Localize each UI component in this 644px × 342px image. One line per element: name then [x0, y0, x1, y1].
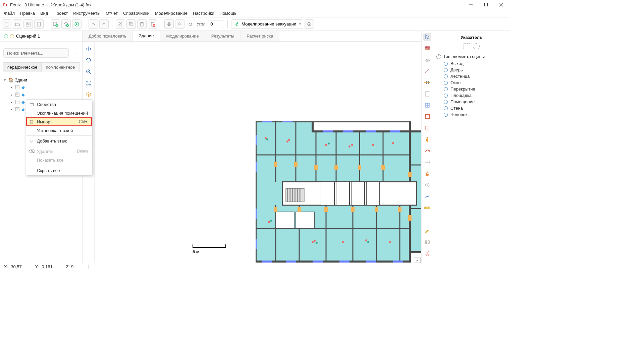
simulation-mode-select[interactable]: Моделирование эвакуации ▾	[231, 19, 303, 29]
svg-point-123	[342, 241, 344, 243]
svg-point-147	[426, 137, 428, 139]
select-rect-icon[interactable]	[464, 43, 470, 49]
menu-tools[interactable]: Инструменты	[70, 10, 103, 16]
measure-tool-icon[interactable]	[423, 158, 431, 166]
text-tool-icon[interactable]: T	[423, 215, 431, 223]
tab-risk[interactable]: Расчет риска	[240, 31, 279, 41]
tb-open-icon[interactable]	[13, 19, 22, 29]
viewport-play-icon[interactable]: ▸	[414, 258, 421, 263]
tb-cut-icon[interactable]	[116, 19, 125, 29]
tb-rotate-icon[interactable]	[186, 19, 195, 29]
angle-input[interactable]	[208, 20, 224, 28]
svg-rect-95	[314, 165, 318, 170]
section-tool-icon[interactable]	[423, 78, 431, 87]
chart-tool-icon[interactable]	[423, 192, 431, 201]
menu-file[interactable]: Файл	[1, 10, 17, 16]
menu-project[interactable]: Проект	[51, 10, 70, 16]
tb-mirror-v-icon[interactable]	[175, 19, 184, 29]
wall-tool-icon[interactable]	[423, 44, 431, 52]
scenario-row[interactable]: Сценарий 1	[0, 31, 82, 42]
ctx-explication[interactable]: Экспликация помещений	[26, 109, 92, 117]
minimize-button[interactable]	[463, 0, 478, 9]
ruler-tool-icon[interactable]	[423, 204, 431, 212]
ctx-properties[interactable]: 🗔Свойства	[26, 100, 92, 109]
tab-results[interactable]: Результаты	[205, 31, 240, 41]
tb-new-icon[interactable]	[2, 19, 11, 29]
tb-box-plus-icon[interactable]	[51, 19, 60, 29]
close-button[interactable]	[493, 0, 508, 9]
svg-rect-89	[256, 239, 257, 249]
select-lasso-icon[interactable]	[473, 43, 480, 49]
svg-point-117	[392, 142, 394, 144]
scissors-tool-icon[interactable]	[423, 249, 431, 258]
tree-tab-hierarchical[interactable]: Иерархическое	[3, 62, 41, 72]
ctx-hide-all[interactable]: Скрыть все	[26, 166, 92, 175]
menu-refs[interactable]: Справочники	[120, 10, 152, 16]
viewport[interactable]: 5 м ▸	[95, 42, 421, 263]
svg-rect-81	[286, 261, 296, 263]
menu-edit[interactable]: Правка	[17, 10, 38, 16]
legend-platform[interactable]: Площадка	[436, 92, 506, 99]
tb-refresh-plus-icon[interactable]	[61, 19, 71, 29]
pan-icon[interactable]	[85, 45, 93, 53]
svg-point-125	[367, 241, 369, 243]
orbit-icon[interactable]	[85, 56, 93, 64]
scale-label: 5 м	[193, 249, 199, 254]
menu-report[interactable]: Отчет	[103, 10, 120, 16]
path-tool-icon[interactable]	[423, 147, 431, 155]
legend-door[interactable]: Дверь	[436, 67, 506, 73]
menu-modeling[interactable]: Моделирование	[152, 10, 190, 16]
slab-tool-icon[interactable]	[423, 56, 431, 64]
menu-help[interactable]: Помощь	[217, 10, 239, 16]
svg-point-113	[328, 142, 330, 145]
tb-target-icon[interactable]	[305, 19, 314, 29]
fit-icon[interactable]	[85, 79, 93, 87]
zoom-icon[interactable]	[85, 68, 93, 76]
box-icon	[15, 107, 19, 111]
window-tool-icon[interactable]	[423, 101, 431, 109]
legend-window[interactable]: Окно	[436, 79, 506, 86]
legend-wall[interactable]: Стена	[436, 105, 506, 111]
legend-exit[interactable]: Выход	[436, 60, 506, 67]
tb-undo-icon[interactable]	[89, 19, 98, 29]
menu-settings[interactable]: Настройки	[190, 10, 217, 16]
tb-run-icon[interactable]	[72, 19, 82, 29]
tb-close-icon[interactable]	[23, 19, 33, 29]
legend-stair[interactable]: Лестница	[436, 73, 506, 79]
opening-tool-icon[interactable]	[423, 113, 431, 121]
tab-modeling[interactable]: Моделирование	[160, 31, 205, 41]
draw-tool-icon[interactable]	[423, 67, 431, 75]
maximize-button[interactable]	[478, 0, 493, 9]
search-go-button[interactable]: ›	[71, 49, 79, 57]
layers-icon[interactable]	[85, 91, 93, 99]
tb-copy-icon[interactable]	[126, 19, 136, 29]
tb-save-icon[interactable]	[34, 19, 44, 29]
tb-mirror-h-icon[interactable]	[164, 19, 174, 29]
legend-slab[interactable]: Перекрытие	[436, 86, 506, 92]
pencil-tool-icon[interactable]	[423, 227, 431, 235]
menu-view[interactable]: Вид	[38, 10, 51, 16]
ctx-floors-setup[interactable]: Установка этажей	[26, 126, 92, 135]
legend-person[interactable]: Человек	[436, 111, 506, 118]
align-tool-icon[interactable]	[423, 238, 431, 246]
tb-redo-icon[interactable]	[99, 19, 109, 29]
tb-delete-icon[interactable]	[148, 19, 157, 29]
tree-item[interactable]: ▸◆	[1, 83, 81, 91]
fire-tool-icon[interactable]	[423, 170, 431, 178]
tb-paste-icon[interactable]	[137, 19, 147, 29]
search-input[interactable]	[3, 48, 69, 58]
legend-room[interactable]: Помещение	[436, 99, 506, 105]
ctx-import[interactable]: ⍈ИмпортCtrl+I	[26, 117, 92, 126]
sensor-tool-icon[interactable]	[423, 181, 431, 189]
tree-root-building[interactable]: ▾ 🏠 Здани	[1, 76, 81, 83]
exit-tool-icon[interactable]	[423, 124, 431, 132]
tab-building[interactable]: Здание	[133, 31, 160, 41]
tab-welcome[interactable]: Добро пожаловать	[83, 31, 133, 41]
pointer-tool-icon[interactable]	[423, 33, 431, 41]
person-tool-icon[interactable]	[423, 135, 431, 144]
legend-group-header[interactable]: ˄ Тип элемента сцены	[436, 53, 506, 60]
ctx-add-floor[interactable]: ◇Добавить этаж	[26, 136, 92, 145]
door-tool-icon[interactable]	[423, 90, 431, 98]
tree-item[interactable]: ▸◆	[1, 91, 81, 98]
tree-tab-component[interactable]: Компонентное	[41, 62, 80, 72]
